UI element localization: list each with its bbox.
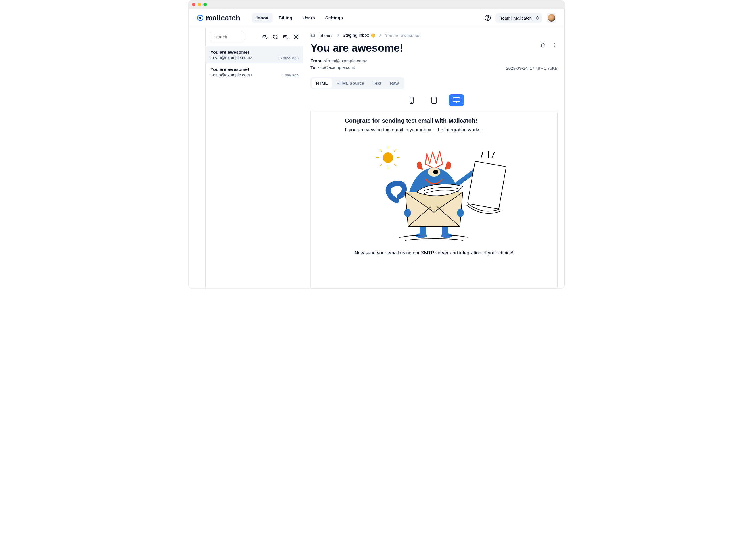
primary-nav: Inbox Billing Users Settings bbox=[252, 13, 347, 23]
tab-html-source[interactable]: HTML Source bbox=[332, 78, 368, 88]
to-value: <to@example.com> bbox=[318, 65, 356, 70]
nav-users[interactable]: Users bbox=[298, 13, 320, 23]
viewport-tablet-button[interactable] bbox=[426, 95, 442, 106]
svg-point-33 bbox=[441, 234, 452, 238]
brand-name: mailcatch bbox=[206, 14, 240, 22]
minimize-window-button[interactable] bbox=[198, 3, 201, 6]
help-icon bbox=[484, 14, 491, 21]
search-input[interactable] bbox=[210, 32, 244, 42]
updown-icon bbox=[536, 16, 539, 20]
team-name: Mailcatch bbox=[514, 16, 532, 20]
close-window-button[interactable] bbox=[192, 3, 195, 6]
user-avatar-button[interactable] bbox=[547, 13, 556, 23]
svg-line-24 bbox=[481, 152, 483, 158]
message-subject: You are awesome! bbox=[210, 50, 298, 55]
message-list-item[interactable]: You are awesome! to:<to@example.com> 3 d… bbox=[206, 46, 303, 63]
refresh-button[interactable] bbox=[272, 34, 278, 40]
mark-read-button[interactable] bbox=[262, 34, 268, 40]
trash-icon bbox=[540, 42, 546, 48]
svg-point-8 bbox=[554, 45, 555, 45]
app-window: mailcatch Inbox Billing Users Settings T… bbox=[188, 0, 565, 288]
topbar: mailcatch Inbox Billing Users Settings T… bbox=[189, 9, 564, 27]
message-title: You are awesome! bbox=[310, 42, 403, 54]
view-tabs: HTML HTML Source Text Raw bbox=[310, 77, 404, 89]
message-subject: You are awesome! bbox=[210, 67, 298, 72]
svg-point-7 bbox=[554, 43, 555, 44]
svg-line-26 bbox=[492, 153, 494, 158]
chevron-right-icon bbox=[379, 34, 382, 37]
breadcrumb: Inboxes Staging Inbox 👋 You are awesome! bbox=[310, 33, 558, 38]
left-gutter bbox=[189, 27, 206, 288]
breadcrumb-inbox[interactable]: Staging Inbox 👋 bbox=[343, 33, 376, 38]
svg-point-1 bbox=[199, 17, 201, 19]
traffic-lights bbox=[192, 3, 207, 6]
svg-point-28 bbox=[433, 170, 438, 174]
svg-rect-5 bbox=[284, 35, 287, 38]
mail-target-icon bbox=[197, 14, 204, 22]
svg-point-34 bbox=[404, 209, 411, 217]
message-actions bbox=[540, 42, 558, 48]
message-addresses: From: <from@example.com> To: <to@example… bbox=[310, 58, 368, 71]
message-timestamp-size: 2023-09-24, 17:49 - 1.76KB bbox=[506, 66, 558, 71]
avatar-image bbox=[548, 14, 555, 22]
email-preview-frame: Congrats for sending test email with Mai… bbox=[310, 111, 558, 288]
svg-point-11 bbox=[411, 102, 412, 103]
svg-point-6 bbox=[295, 36, 297, 38]
svg-point-3 bbox=[487, 19, 488, 20]
delete-all-button[interactable] bbox=[283, 34, 289, 40]
refresh-icon bbox=[272, 34, 278, 40]
nav-inbox[interactable]: Inbox bbox=[252, 13, 273, 23]
svg-point-35 bbox=[457, 209, 464, 217]
from-value: <from@example.com> bbox=[324, 58, 368, 63]
wave-emoji: 👋 bbox=[370, 33, 375, 38]
team-switcher[interactable]: Team: Mailcatch bbox=[496, 13, 542, 23]
message-sidebar: You are awesome! to:<to@example.com> 3 d… bbox=[206, 27, 304, 288]
phone-icon bbox=[409, 97, 414, 104]
message-time: 1 day ago bbox=[282, 73, 298, 77]
monster-envelope-illustration bbox=[359, 140, 509, 244]
tab-raw[interactable]: Raw bbox=[386, 78, 403, 88]
svg-line-23 bbox=[394, 164, 396, 166]
breadcrumb-root[interactable]: Inboxes bbox=[318, 33, 334, 38]
svg-line-22 bbox=[380, 164, 382, 166]
brand-logo[interactable]: mailcatch bbox=[197, 14, 240, 22]
email-subtext: If you are viewing this email in your in… bbox=[345, 127, 523, 133]
tab-html[interactable]: HTML bbox=[312, 78, 332, 88]
email-illustration bbox=[345, 140, 523, 244]
svg-rect-14 bbox=[453, 98, 460, 102]
message-header: You are awesome! bbox=[310, 42, 558, 54]
message-list-item[interactable]: You are awesome! to:<to@example.com> 1 d… bbox=[206, 63, 303, 81]
viewport-desktop-button[interactable] bbox=[449, 95, 464, 106]
message-detail: Inboxes Staging Inbox 👋 You are awesome!… bbox=[304, 27, 564, 288]
gear-icon bbox=[293, 34, 299, 40]
message-meta: From: <from@example.com> To: <to@example… bbox=[310, 58, 558, 71]
tab-text[interactable]: Text bbox=[369, 78, 385, 88]
mac-titlebar bbox=[189, 0, 564, 9]
nav-settings[interactable]: Settings bbox=[321, 13, 347, 23]
help-button[interactable] bbox=[483, 13, 493, 23]
svg-line-20 bbox=[380, 149, 382, 151]
svg-rect-4 bbox=[263, 35, 266, 38]
more-actions-button[interactable] bbox=[551, 42, 558, 48]
email-footer-text: Now send your email using our SMTP serve… bbox=[345, 250, 523, 256]
svg-point-15 bbox=[383, 153, 393, 163]
fullscreen-window-button[interactable] bbox=[204, 3, 207, 6]
email-content: Congrats for sending test email with Mai… bbox=[345, 117, 523, 256]
sidebar-toolbar bbox=[206, 27, 303, 46]
sidebar-settings-button[interactable] bbox=[293, 34, 299, 40]
mail-x-icon bbox=[283, 34, 289, 40]
email-headline: Congrats for sending test email with Mai… bbox=[345, 117, 523, 124]
team-label-prefix: Team: bbox=[500, 16, 512, 20]
svg-point-13 bbox=[434, 102, 434, 103]
viewport-toggle bbox=[310, 95, 558, 106]
message-list: You are awesome! to:<to@example.com> 3 d… bbox=[206, 46, 303, 81]
delete-message-button[interactable] bbox=[540, 42, 546, 48]
from-label: From: bbox=[310, 58, 323, 63]
svg-point-9 bbox=[554, 46, 555, 47]
inbox-icon bbox=[310, 33, 315, 38]
svg-point-32 bbox=[416, 234, 427, 238]
viewport-phone-button[interactable] bbox=[404, 95, 419, 106]
dots-vertical-icon bbox=[552, 42, 557, 48]
nav-billing[interactable]: Billing bbox=[274, 13, 296, 23]
tablet-icon bbox=[431, 97, 437, 104]
